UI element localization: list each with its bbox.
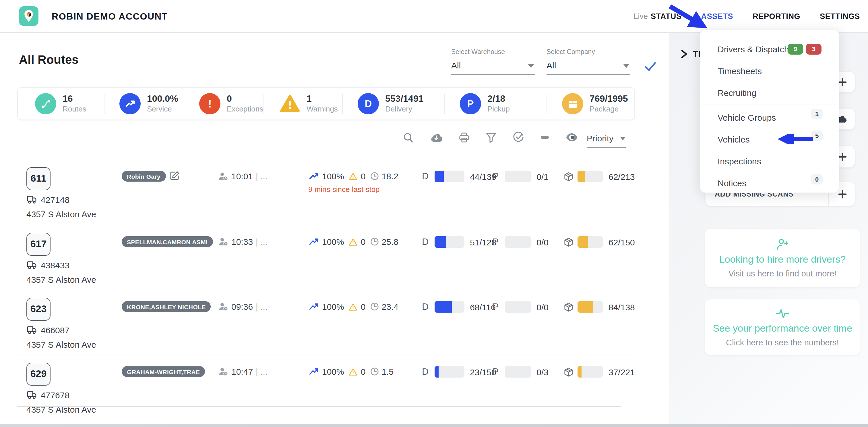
menu-item-timesheets[interactable]: Timesheets	[701, 60, 839, 82]
table-row: 617 438433 4357 S Alston Ave SPELLMAN,CA…	[17, 225, 635, 290]
active-count-badge: 9	[787, 44, 803, 54]
hours-value: 1.5	[381, 367, 394, 376]
hours-value: 25.8	[381, 237, 398, 247]
inactive-count-badge: 3	[806, 44, 822, 54]
download-icon[interactable]	[430, 132, 443, 143]
service-pct: 100%	[322, 171, 344, 181]
minus-icon[interactable]	[540, 136, 549, 139]
menu-divider	[701, 105, 839, 105]
driver-badge[interactable]: SPELLMAN,CAMRON ASMI	[122, 236, 213, 247]
check-circle-icon[interactable]	[513, 132, 524, 143]
trending-up-icon	[309, 172, 319, 180]
edit-icon[interactable]	[170, 171, 180, 180]
apply-filters-check-icon[interactable]	[644, 61, 657, 75]
person-clock-icon	[218, 367, 228, 376]
warning-triangle-icon	[349, 238, 358, 246]
visibility-eye-icon[interactable]	[565, 132, 578, 143]
activity-pulse-icon	[775, 308, 790, 319]
pickup-progress: P 0/3	[493, 366, 549, 377]
summary-stats-bar: 16Routes 100.0%Service ! 0Exceptions 1Wa…	[17, 87, 635, 120]
driver-start-time: 10:01| ...	[218, 171, 268, 181]
route-metrics: 100% 0 1.5	[309, 367, 398, 376]
route-address: 4357 S Alston Ave	[26, 275, 96, 284]
app-window: ROBIN DEMO ACCOUNT LiveSTATUS ASSETS REP…	[0, 0, 868, 427]
menu-item-recruiting[interactable]: Recruiting	[701, 82, 839, 104]
package-icon	[562, 93, 583, 114]
package-progress: 62/213	[564, 171, 635, 182]
route-number-box[interactable]: 629	[26, 363, 51, 386]
search-icon[interactable]	[403, 132, 414, 143]
pickup-progress-bar	[504, 366, 531, 377]
person-clock-icon	[218, 237, 228, 246]
menu-item-inspections[interactable]: Inspections	[701, 150, 839, 172]
performance-card[interactable]: See your performance over time Click her…	[705, 300, 860, 355]
nav-settings[interactable]: SETTINGS	[820, 12, 860, 21]
warning-triangle-icon	[349, 303, 358, 311]
chevron-right-icon	[680, 49, 688, 58]
hours-value: 23.4	[381, 302, 398, 312]
delivery-progress: D 51/128	[422, 236, 496, 248]
print-icon[interactable]	[459, 132, 470, 143]
driver-status-badges: 9 3	[787, 44, 822, 54]
warning-count: 0	[361, 171, 366, 181]
driver-start-time: 10:47| ...	[218, 367, 268, 376]
clock-icon	[370, 172, 379, 180]
count-badge: 0	[811, 174, 823, 184]
warning-triangle-icon	[349, 368, 358, 376]
person-plus-icon	[776, 238, 789, 251]
menu-item-notices[interactable]: Notices 0	[701, 172, 839, 194]
package-cube-icon	[564, 302, 574, 312]
stat-warnings: 1Warnings	[264, 93, 342, 114]
hours-value: 18.2	[381, 171, 398, 181]
driver-badge[interactable]: GRAHAM-WRIGHT,TRAE	[122, 366, 205, 377]
pickup-progress-bar	[504, 171, 531, 182]
nav-assets[interactable]: ASSETS	[701, 12, 733, 21]
company-select-label: Select Company	[547, 48, 630, 55]
person-clock-icon	[218, 302, 228, 311]
route-number-box[interactable]: 623	[26, 298, 51, 321]
person-clock-icon	[218, 172, 228, 181]
plus-icon	[838, 152, 847, 161]
truck-icon	[27, 261, 37, 269]
package-progress-bar	[578, 301, 603, 313]
account-name: ROBIN DEMO ACCOUNT	[52, 11, 168, 22]
menu-item-vehicle-groups[interactable]: Vehicle Groups 1	[701, 106, 839, 128]
pickup-progress: P 0/1	[493, 171, 549, 182]
filter-icon[interactable]	[486, 132, 497, 143]
warehouse-select-label: Select Warehouse	[451, 48, 535, 55]
hire-drivers-card[interactable]: Looking to hire more drivers? Visit us h…	[705, 229, 860, 287]
truck-icon	[27, 195, 37, 204]
pickup-progress: P 0/0	[493, 236, 549, 248]
vehicle-line: 466087	[27, 325, 69, 335]
exception-icon: !	[199, 93, 220, 114]
driver-badge[interactable]: Robin Gary	[122, 171, 166, 181]
driver-start-time: 10:33| ...	[218, 237, 268, 247]
table-toolbar	[403, 132, 578, 143]
route-number-box[interactable]: 611	[26, 167, 51, 190]
sort-priority-select[interactable]: Priority	[587, 133, 626, 148]
vehicle-id: 466087	[41, 325, 69, 335]
hire-card-subtitle: Visit us here to find out more!	[728, 269, 837, 278]
table-row: 629 477678 4357 S Alston Ave GRAHAM-WRIG…	[17, 354, 635, 406]
company-select-value: All	[547, 60, 630, 70]
driver-badge[interactable]: KRONE,ASHLEY NICHOLE	[122, 301, 211, 312]
route-number-box[interactable]: 617	[26, 233, 51, 256]
menu-item-drivers-dispatchers[interactable]: Drivers & Dispatchers 9 3	[701, 38, 839, 60]
plus-icon	[838, 78, 847, 86]
horizontal-scrollbar[interactable]	[0, 424, 868, 427]
chevron-down-icon	[623, 64, 629, 68]
trending-up-icon	[309, 237, 319, 246]
package-cube-icon	[564, 237, 574, 247]
company-select[interactable]: Select Company All	[547, 48, 630, 75]
pickup-progress-bar	[504, 236, 531, 248]
driver-start-time: 09:36| ...	[218, 302, 268, 312]
package-cube-icon	[564, 172, 574, 181]
nav-live-status[interactable]: LiveSTATUS	[633, 12, 681, 21]
app-logo-icon[interactable]	[19, 6, 38, 28]
vehicle-id: 477678	[41, 390, 69, 400]
hire-card-title: Looking to hire more drivers?	[719, 254, 846, 265]
nav-reporting[interactable]: REPORTING	[753, 12, 800, 21]
route-icon	[35, 93, 56, 114]
menu-item-vehicles[interactable]: Vehicles 5	[701, 128, 839, 150]
warehouse-select[interactable]: Select Warehouse All	[451, 48, 535, 75]
